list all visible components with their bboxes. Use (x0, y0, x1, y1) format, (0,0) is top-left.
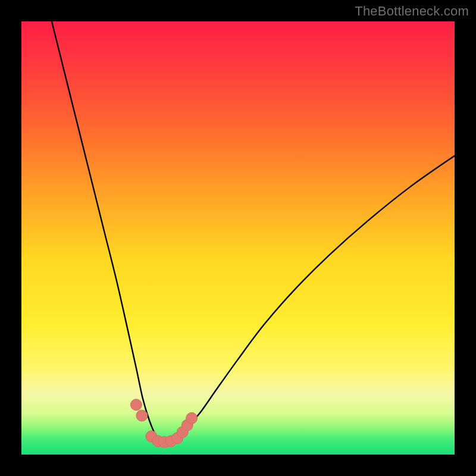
marker-point (136, 410, 148, 421)
marker-point (130, 399, 142, 411)
chart-plot-area (21, 21, 455, 455)
watermark-text: TheBottleneck.com (355, 4, 469, 19)
chart-svg (21, 21, 455, 455)
outer-frame: TheBottleneck.com (0, 0, 476, 476)
gradient-background (21, 21, 455, 455)
marker-point (186, 412, 198, 424)
